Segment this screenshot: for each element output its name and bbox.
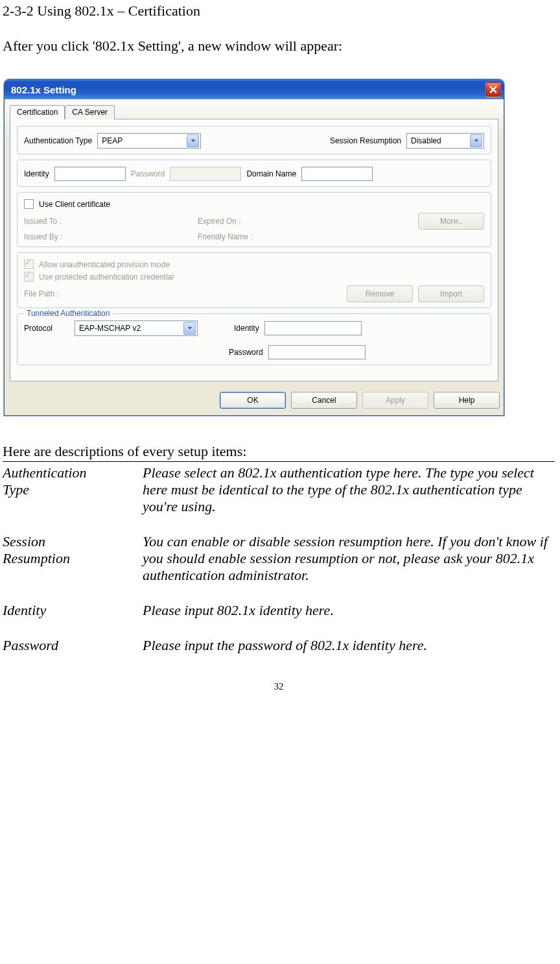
window-title: 802.1x Setting: [11, 84, 76, 95]
desc-text-password: Please input the password of 802.1x iden…: [143, 637, 555, 672]
tunnel-protocol-value: EAP-MSCHAP v2: [79, 324, 141, 333]
page-number: 32: [3, 672, 555, 692]
group-client-cert: Use Client certificate Issued To : Expir…: [17, 192, 491, 247]
tab-ca-server[interactable]: CA Server: [65, 105, 115, 119]
tunnel-identity-input[interactable]: [264, 321, 362, 335]
descriptions-intro: Here are descriptions of every setup ite…: [3, 443, 555, 460]
desc-term-session: Session Resumption: [3, 533, 143, 602]
group-identity: Identity Password Domain Name: [17, 160, 491, 187]
table-row: Session Resumption You can enable or dis…: [3, 533, 555, 602]
auth-type-select[interactable]: PEAP: [97, 133, 201, 149]
apply-button: Apply: [362, 392, 428, 409]
intro-text: After you click '802.1x Setting', a new …: [3, 38, 555, 54]
titlebar: 802.1x Setting: [5, 80, 504, 99]
chevron-down-icon: [470, 134, 482, 147]
tunnel-protocol-label: Protocol: [24, 324, 69, 333]
tunnel-identity-label: Identity: [234, 324, 259, 333]
group-provision: Allow unauthenticated provision mode Use…: [17, 252, 491, 308]
chevron-down-icon: [183, 322, 196, 335]
issued-to-label: Issued To :: [24, 217, 192, 226]
tunnel-protocol-select[interactable]: EAP-MSCHAP v2: [75, 320, 198, 336]
desc-text-auth: Please select an 802.1x authentication t…: [143, 464, 555, 533]
password-label: Password: [131, 169, 165, 178]
domain-name-input[interactable]: [301, 167, 373, 181]
chevron-down-icon: [187, 134, 199, 147]
close-icon: [489, 86, 497, 93]
desc-term-password: Password: [3, 637, 143, 672]
table-row: Authentication Type Please select an 802…: [3, 464, 555, 533]
divider: [3, 461, 555, 462]
password-input: [170, 167, 241, 181]
auth-type-value: PEAP: [102, 136, 122, 145]
remove-button: Remove: [347, 285, 413, 302]
session-resumption-value: Disabled: [411, 136, 441, 145]
auth-type-label: Authentication Type: [24, 136, 92, 145]
close-button[interactable]: [485, 82, 501, 97]
allow-unauth-checkbox: [24, 259, 34, 269]
desc-term-auth: Authentication Type: [3, 464, 143, 533]
use-protected-checkbox: [24, 272, 34, 282]
identity-label: Identity: [24, 169, 49, 178]
tab-panel-certification: Authentication Type PEAP Session Resumpt…: [10, 119, 498, 381]
allow-unauth-label: Allow unauthenticated provision mode: [39, 260, 170, 269]
desc-text-identity: Please input 802.1x identity here.: [143, 602, 555, 637]
help-button[interactable]: Help: [434, 392, 500, 409]
expired-on-label: Expired On :: [198, 217, 413, 226]
use-protected-label: Use protected authentication credential: [39, 272, 174, 282]
section-heading: 2-3-2 Using 802.1x – Certification: [3, 3, 555, 19]
tunnel-password-label: Password: [229, 348, 263, 357]
file-path-label: File Path :: [24, 289, 63, 298]
more-button: More..: [418, 213, 484, 230]
ok-button[interactable]: OK: [220, 392, 286, 409]
desc-text-session: You can enable or disable session resump…: [143, 533, 555, 602]
table-row: Password Please input the password of 80…: [3, 637, 555, 672]
tab-certification[interactable]: Certification: [10, 105, 65, 119]
friendly-name-label: Friendly Name :: [198, 232, 253, 241]
identity-input[interactable]: [54, 167, 126, 181]
tunnel-password-input[interactable]: [268, 345, 366, 359]
group-tunneled-auth: Protocol EAP-MSCHAP v2 Identity Password: [17, 313, 491, 365]
use-client-cert-label: Use Client certificate: [39, 200, 110, 209]
table-row: Identity Please input 802.1x identity he…: [3, 602, 555, 637]
use-client-cert-checkbox[interactable]: [24, 199, 34, 209]
tabstrip: Certification CA Server: [10, 104, 498, 119]
descriptions-table: Authentication Type Please select an 802…: [3, 464, 555, 672]
cancel-button[interactable]: Cancel: [291, 392, 357, 409]
issued-by-label: Issued By :: [24, 232, 192, 241]
desc-term-identity: Identity: [3, 602, 143, 637]
session-resumption-label: Session Resumption: [330, 136, 401, 145]
dialog-8021x-setting: 802.1x Setting Certification CA Server A…: [4, 79, 504, 416]
group-auth-session: Authentication Type PEAP Session Resumpt…: [17, 126, 491, 154]
domain-name-label: Domain Name: [246, 169, 296, 178]
dialog-buttonbar: OK Cancel Apply Help: [5, 385, 504, 415]
session-resumption-select[interactable]: Disabled: [406, 133, 484, 149]
import-button: Import: [418, 285, 484, 302]
